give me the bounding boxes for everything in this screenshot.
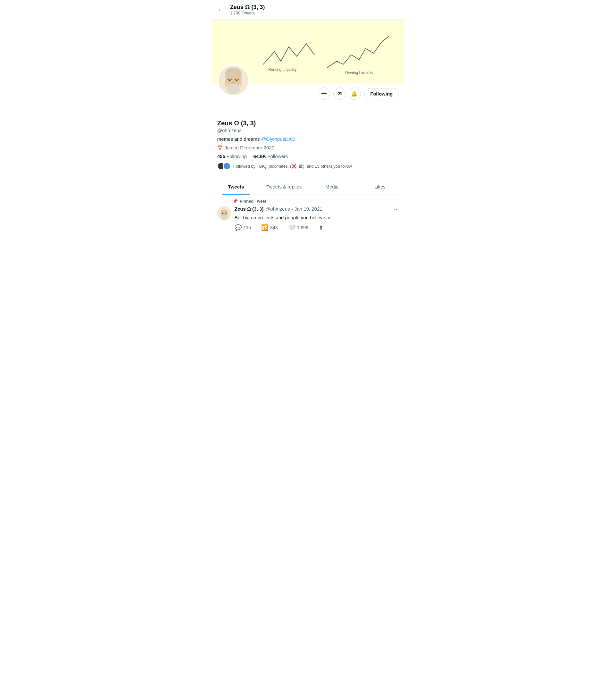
following-stat[interactable]: 455 Following <box>217 154 247 159</box>
tab-tweets[interactable]: Tweets <box>212 179 260 195</box>
followers-label: Followers <box>267 154 288 159</box>
tweet-text: Bet big on projects and people you belie… <box>235 214 399 221</box>
share-button[interactable]: ⬆ <box>318 224 324 231</box>
reply-count: 115 <box>244 225 251 230</box>
pin-icon: 📌 <box>233 199 238 203</box>
svg-text:Renting Liquidity: Renting Liquidity <box>268 67 297 72</box>
tweet-author: Zeus Ω (3, 3) <box>235 206 264 212</box>
back-button[interactable]: ← <box>217 6 224 13</box>
reply-icon: 💬 <box>235 224 242 231</box>
followers-count: 64.6K <box>253 154 266 159</box>
like-button[interactable]: 🤍 1,896 <box>288 224 308 231</box>
like-count: 1,896 <box>297 225 308 230</box>
message-button[interactable]: ✉ <box>333 88 345 100</box>
svg-point-13 <box>227 83 240 94</box>
retweet-count: 348 <box>270 225 278 230</box>
bio-text: memes and dreams <box>217 136 261 142</box>
stats-row: 455 Following 64.6K Followers <box>217 154 399 159</box>
header-name: Zeus Ω (3, 3) <box>230 4 265 10</box>
svg-point-16 <box>225 79 227 83</box>
reply-button[interactable]: 💬 115 <box>235 224 251 231</box>
svg-point-23 <box>222 213 223 214</box>
joined-info: 📅 Joined December 2020 <box>217 145 399 150</box>
tab-media[interactable]: Media <box>308 179 356 195</box>
following-label: Following <box>226 154 247 159</box>
tab-likes[interactable]: Likes <box>356 179 404 195</box>
bio-link[interactable]: @OlympusDAO <box>261 136 296 142</box>
following-count: 455 <box>217 154 225 159</box>
bell-plus-icon: 🔔+ <box>351 91 359 97</box>
calendar-icon: 📅 <box>217 145 223 150</box>
tweet-more-button[interactable]: ··· <box>394 206 399 213</box>
joined-text: Joined December 2020 <box>224 145 274 150</box>
bio: memes and dreams @OlympusDAO <box>217 136 399 142</box>
tweet-content: Zeus Ω (3, 3) @ohmzeus · Jan 19, 2021 ··… <box>217 206 399 231</box>
retweet-icon: 🔁 <box>261 224 268 231</box>
following-button[interactable]: Following <box>364 88 399 99</box>
display-name: Zeus Ω (3, 3) <box>217 120 399 127</box>
svg-point-10 <box>229 80 230 81</box>
avatar-wrapper <box>217 64 249 97</box>
followers-stat[interactable]: 64.6K Followers <box>253 154 288 159</box>
avatar <box>217 64 249 97</box>
svg-point-17 <box>239 79 241 83</box>
tweet-handle: @ohmzeus <box>265 206 290 212</box>
header-info: Zeus Ω (3, 3) 1,799 Tweets <box>230 4 265 15</box>
followed-by-text: Followed by TBIQ, blocmates. (❌, 🏛), and… <box>233 164 352 169</box>
heart-icon: 🤍 <box>288 224 295 231</box>
profile-section: ••• ✉ 🔔+ Following Zeus Ω (3, 3) @ohmzeu… <box>212 84 404 179</box>
tweet-header: Zeus Ω (3, 3) @ohmzeus · Jan 19, 2021 ··… <box>235 206 399 213</box>
pinned-label-text: Pinned Tweet <box>240 199 266 203</box>
page-header: ← Zeus Ω (3, 3) 1,799 Tweets <box>212 0 404 20</box>
share-icon: ⬆ <box>318 224 324 231</box>
followed-avatar-2 <box>223 162 231 170</box>
tweet-avatar <box>217 206 231 220</box>
svg-point-24 <box>225 213 226 214</box>
pinned-tweet: 📌 Pinned Tweet Zeus Ω (3, 3) @ohmzeus <box>212 195 404 235</box>
tweet-meta: Zeus Ω (3, 3) @ohmzeus · Jan 19, 2021 <box>235 206 322 212</box>
more-button[interactable]: ••• <box>318 88 330 100</box>
tab-tweets-replies[interactable]: Tweets & replies <box>260 179 308 195</box>
message-icon: ✉ <box>338 91 342 97</box>
tweet-body: Zeus Ω (3, 3) @ohmzeus · Jan 19, 2021 ··… <box>235 206 399 231</box>
retweet-button[interactable]: 🔁 348 <box>261 224 278 231</box>
profile-info: Zeus Ω (3, 3) @ohmzeus memes and dreams … <box>217 103 399 179</box>
pinned-label: 📌 Pinned Tweet <box>233 199 399 203</box>
username: @ohmzeus <box>217 128 399 133</box>
svg-point-25 <box>221 215 227 220</box>
tweet-actions: 💬 115 🔁 348 🤍 1,896 ⬆ <box>235 224 399 231</box>
followed-avatars <box>217 162 231 170</box>
notify-button[interactable]: 🔔+ <box>349 88 361 100</box>
header-tweets-count: 1,799 Tweets <box>230 10 265 15</box>
tweet-date: · Jan 19, 2021 <box>291 206 322 212</box>
svg-text:Owning Liquidity: Owning Liquidity <box>345 70 373 75</box>
svg-point-11 <box>236 80 238 81</box>
profile-tabs: Tweets Tweets & replies Media Likes <box>212 179 404 195</box>
followed-by-row: Followed by TBIQ, blocmates. (❌, 🏛), and… <box>217 162 399 170</box>
